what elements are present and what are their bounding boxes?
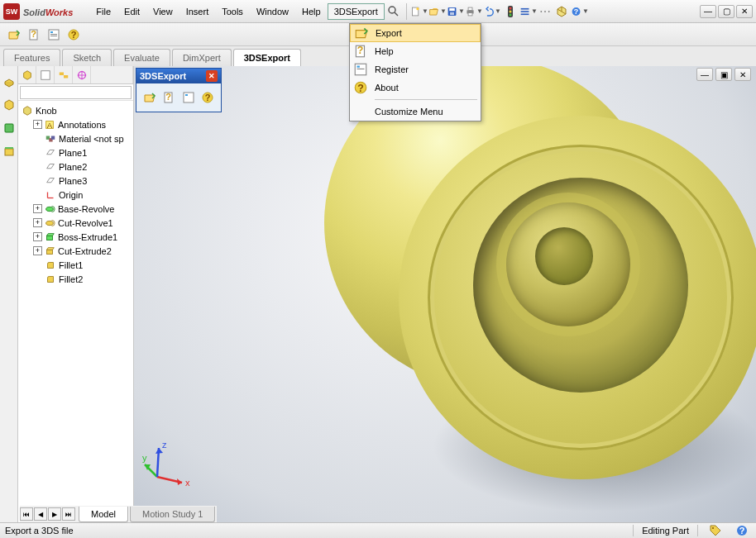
tab-nav-next-icon[interactable]: ▶ (48, 507, 61, 521)
tree-tab-render-icon[interactable] (91, 66, 133, 83)
tree-tab-config-icon[interactable] (55, 66, 73, 83)
tree-item-bossextrude[interactable]: +Boss-Extrude1 (18, 230, 133, 244)
svg-text:?: ? (71, 30, 77, 40)
tree-item-plane1[interactable]: Plane1 (18, 145, 133, 159)
tab-features[interactable]: Features (3, 49, 60, 66)
status-right: Editing Part ? (633, 521, 751, 538)
tree-item-cutextrude[interactable]: +Cut-Extrude2 (18, 244, 133, 258)
close-icon[interactable]: ✕ (206, 70, 218, 82)
open-icon[interactable]: ▼ (428, 2, 447, 21)
viewport[interactable]: 3DSExport ✕ ? ? ▼ ▼ ▼ ▼ ▼ ▼ — ▣ ✕ (134, 66, 756, 522)
tree-tab-property-icon[interactable] (36, 66, 55, 83)
tree-tab-dimxpert-icon[interactable] (73, 66, 91, 83)
expander-icon[interactable]: + (33, 204, 42, 213)
menu-insert[interactable]: Insert (179, 3, 216, 20)
svg-rect-57 (185, 94, 188, 96)
tree-item-annotations[interactable]: +AAnnotations (18, 117, 133, 131)
print-icon[interactable]: ▼ (465, 2, 483, 21)
about-icon[interactable]: ? (200, 88, 217, 107)
more-icon[interactable]: ⋯ (539, 5, 551, 18)
menu-3dsexport[interactable]: 3DSExport (328, 3, 385, 20)
menu-file[interactable]: File (89, 3, 117, 20)
tree-tab-feature-icon[interactable] (18, 66, 36, 83)
export-folder-icon[interactable] (141, 88, 158, 107)
search-icon[interactable] (385, 2, 403, 21)
svg-text:y: y (142, 453, 147, 463)
tree-item-fillet2[interactable]: Fillet2 (18, 272, 133, 286)
svg-rect-47 (51, 136, 55, 139)
form-icon[interactable] (180, 88, 197, 107)
doc-help-icon[interactable]: ? (161, 88, 178, 107)
rail-part-icon[interactable] (0, 96, 18, 114)
dropdown-item-register[interactable]: Register (350, 60, 481, 79)
status-tag-icon[interactable] (706, 521, 725, 538)
tab-nav-prev-icon[interactable]: ◀ (34, 507, 47, 521)
dropdown-item-help[interactable]: ? Help (350, 42, 481, 60)
traffic-light-icon[interactable] (501, 2, 519, 21)
save-icon[interactable]: ▼ (447, 2, 465, 21)
expander-icon[interactable]: + (33, 120, 42, 129)
fillet-icon (45, 259, 56, 271)
tab-nav: ⏮ ◀ ▶ ⏭ (20, 507, 75, 521)
form-icon[interactable] (45, 26, 63, 44)
expander-icon[interactable]: + (33, 218, 42, 227)
tree-item-plane3[interactable]: Plane3 (18, 174, 133, 188)
dropdown-item-about[interactable]: ? About (350, 79, 481, 97)
bottom-tab-model[interactable]: Model (79, 507, 128, 522)
export-folder-icon[interactable] (5, 26, 23, 44)
tree-item-baserevolve[interactable]: +Base-Revolve (18, 202, 133, 216)
tree-item-plane2[interactable]: Plane2 (18, 159, 133, 174)
about-icon[interactable]: ? (65, 26, 83, 44)
workspace: Knob +AAnnotations Material <not sp Plan… (0, 66, 756, 522)
tab-dimxpert[interactable]: DimXpert (172, 49, 232, 66)
svg-rect-9 (468, 12, 472, 15)
svg-rect-14 (520, 7, 529, 9)
new-doc-icon[interactable]: ▼ (410, 2, 428, 21)
minimize-button[interactable]: — (700, 5, 716, 18)
expander-icon[interactable]: + (33, 246, 42, 255)
options-list-icon[interactable]: ▼ (519, 2, 538, 21)
bottom-tab-motion[interactable]: Motion Study 1 (130, 507, 215, 522)
menu-tools[interactable]: Tools (215, 3, 250, 20)
tab-evaluate[interactable]: Evaluate (113, 49, 170, 66)
close-button[interactable]: ✕ (736, 5, 753, 18)
expander-icon[interactable]: + (33, 232, 42, 241)
tab-nav-first-icon[interactable]: ⏮ (20, 507, 33, 521)
floating-panel-3dsexport[interactable]: 3DSExport ✕ ? ? (136, 68, 222, 112)
plane-icon (45, 161, 56, 173)
part-icon (22, 105, 33, 117)
left-rail (0, 66, 18, 522)
rail-assembly-icon[interactable] (0, 73, 18, 91)
tree-root[interactable]: Knob (18, 103, 133, 117)
svg-text:?: ? (205, 93, 211, 102)
dropdown-item-customize[interactable]: Customize Menu (350, 102, 481, 121)
rail-surface-icon[interactable] (0, 119, 18, 137)
tab-sketch[interactable]: Sketch (62, 49, 112, 66)
svg-text:A: A (47, 120, 53, 129)
menu-view[interactable]: View (146, 3, 179, 20)
tree-filter-input[interactable] (20, 86, 132, 99)
menu-help[interactable]: Help (295, 3, 328, 20)
tree-item-fillet1[interactable]: Fillet1 (18, 258, 133, 272)
tab-3dsexport[interactable]: 3DSExport (233, 49, 301, 66)
menu-edit[interactable]: Edit (117, 3, 146, 20)
help-icon[interactable]: ?▼ (571, 2, 589, 21)
tab-nav-last-icon[interactable]: ⏭ (62, 507, 75, 521)
window-controls: — ▢ ✕ (700, 5, 753, 18)
dropdown-item-export[interactable]: Export (350, 24, 481, 42)
svg-rect-30 (357, 66, 360, 68)
cube-icon[interactable] (553, 2, 571, 21)
doc-help-icon[interactable]: ? (25, 26, 43, 44)
floating-panel-titlebar[interactable]: 3DSExport ✕ (136, 69, 221, 83)
tree-item-cutrevolve[interactable]: +Cut-Revolve1 (18, 216, 133, 230)
status-help-icon[interactable]: ? (733, 521, 751, 538)
menu-window[interactable]: Window (250, 3, 295, 20)
maximize-button[interactable]: ▢ (718, 5, 734, 18)
undo-icon[interactable]: ▼ (483, 2, 501, 21)
rail-sheet-icon[interactable] (0, 142, 18, 160)
tree-item-material[interactable]: Material <not sp (18, 131, 133, 145)
view-triad-icon[interactable]: x y z (141, 440, 199, 489)
svg-rect-6 (450, 12, 454, 14)
tree-item-origin[interactable]: Origin (18, 188, 133, 202)
svg-rect-53 (47, 250, 53, 254)
